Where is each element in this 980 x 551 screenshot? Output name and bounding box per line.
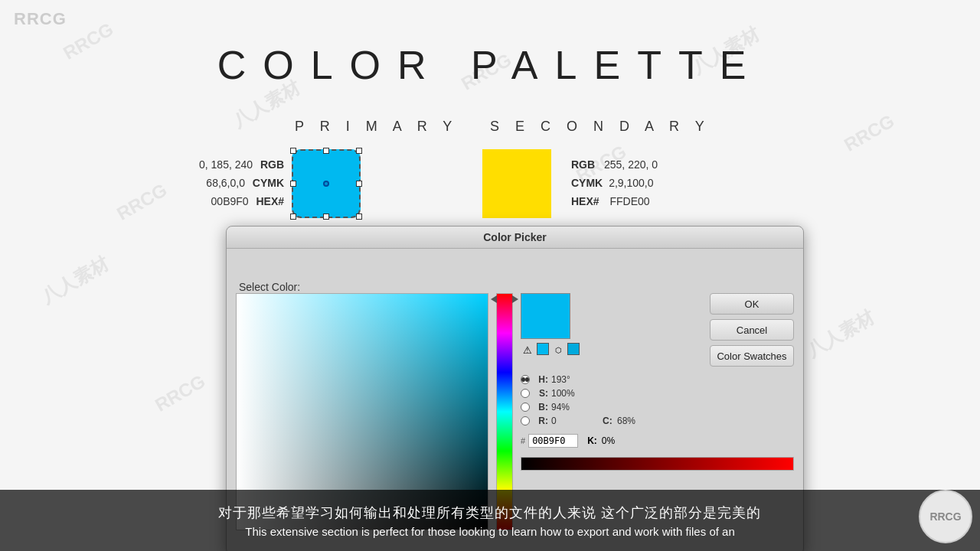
handle-tm: [323, 148, 329, 154]
field-row-h: H: 193°: [521, 374, 794, 385]
color-swatches-button[interactable]: Color Swatches: [710, 345, 794, 367]
watermark-9: RRCG: [152, 370, 209, 416]
primary-color-text: 0, 185, 240 RGB 68,6,0,0 CYMK 00B9F0 HEX…: [199, 156, 284, 210]
primary-color-block: 0, 185, 240 RGB 68,6,0,0 CYMK 00B9F0 HEX…: [199, 149, 361, 218]
button-group: OK Cancel Color Swatches: [710, 293, 794, 367]
primary-cymk: 68,6,0,0 CYMK: [199, 174, 284, 193]
cube-icon: ⬡: [551, 343, 565, 357]
hue-thumb-right: [512, 295, 518, 303]
right-panel: ⚠ ⬡ OK Cancel Color Swatches: [521, 276, 794, 515]
color-preview-box: [521, 293, 570, 339]
hue-thumb-left: [491, 295, 497, 303]
handle-bm: [323, 214, 329, 220]
secondary-rgb: RGB 255, 220, 0: [567, 156, 658, 174]
primary-section-label: P R I M A R Y: [295, 119, 458, 135]
field-row-s: S: 100%: [521, 388, 794, 399]
radio-h[interactable]: [521, 375, 530, 384]
watermark-5: RRCG: [841, 110, 898, 156]
handle-tr: [356, 148, 362, 154]
primary-swatch[interactable]: [292, 149, 361, 218]
cancel-button[interactable]: Cancel: [710, 319, 794, 341]
main-content: RRCG 八人素材 RRCG 八人素材 RRCG RRCG 八人素材 八人素材 …: [0, 0, 980, 551]
watermark-7: 八人素材: [37, 251, 113, 309]
hue-slider-container[interactable]: [496, 276, 513, 515]
watermark-6: RRCG: [113, 179, 171, 225]
handle-bl: [290, 214, 296, 220]
secondary-section-label: S E C O N D A R Y: [490, 119, 710, 135]
small-swatch-blue[interactable]: [567, 343, 580, 355]
handle-br: [356, 214, 362, 220]
secondary-color-text: RGB 255, 220, 0 CYMK 2,9,100,0 HEX# FFDE…: [567, 156, 658, 210]
handle-mr: [356, 181, 362, 187]
small-swatch-cyan[interactable]: [537, 343, 549, 355]
preview-and-warnings: ⚠ ⬡: [521, 293, 580, 357]
handle-tl: [290, 148, 296, 154]
small-swatches: ⚠ ⬡: [521, 343, 580, 357]
subtitle-english: This extensive section is perfect for th…: [245, 525, 735, 538]
palette-title: COLOR PALETTE: [217, 42, 763, 88]
k-label: K:: [587, 435, 597, 446]
secondary-cymk: CYMK 2,9,100,0: [567, 174, 658, 193]
rrcg-text: RRCG: [929, 510, 961, 523]
radio-b[interactable]: [521, 403, 530, 412]
secondary-color-block: RGB 255, 220, 0 CYMK 2,9,100,0 HEX# FFDE…: [482, 149, 658, 218]
swatch-center-dot: [323, 181, 329, 187]
primary-rgb: 0, 185, 240 RGB: [199, 156, 284, 174]
bottom-right-logo: RRCG: [919, 490, 972, 543]
top-logo: RRCG: [14, 9, 67, 29]
subtitle-bar: 对于那些希望学习如何输出和处理所有类型的文件的人来说 这个广泛的部分是完美的 T…: [0, 490, 980, 551]
subtitle-chinese: 对于那些希望学习如何输出和处理所有类型的文件的人来说 这个广泛的部分是完美的: [218, 504, 761, 522]
red-channel-bar[interactable]: [521, 457, 794, 471]
field-row-r: R: 0 C: 68%: [521, 416, 794, 426]
watermark-1: RRCG: [60, 18, 117, 64]
ok-button[interactable]: OK: [710, 293, 794, 315]
radio-s[interactable]: [521, 389, 530, 398]
hex-input[interactable]: 00B9F0: [528, 434, 578, 448]
gradient-picker-container[interactable]: [236, 276, 488, 515]
field-row-b: B: 94%: [521, 402, 794, 412]
watermark-8: 八人素材: [802, 305, 878, 363]
color-preview-row: ⚠ ⬡ OK Cancel Color Swatches: [521, 293, 794, 367]
secondary-swatch[interactable]: [482, 149, 551, 218]
primary-hex: 00B9F0 HEX#: [199, 193, 284, 211]
secondary-hex: HEX# FFDE00: [567, 193, 658, 211]
k-value: 0%: [602, 435, 615, 446]
radio-r[interactable]: [521, 416, 530, 425]
rrcg-circle: RRCG: [919, 490, 972, 543]
handle-ml: [290, 181, 296, 187]
hex-row: # 00B9F0 K: 0%: [521, 434, 794, 448]
dialog-titlebar: Color Picker: [227, 227, 803, 249]
warning-icon: ⚠: [521, 343, 534, 357]
color-fields: H: 193° S: 100% B: 94%: [521, 374, 794, 426]
